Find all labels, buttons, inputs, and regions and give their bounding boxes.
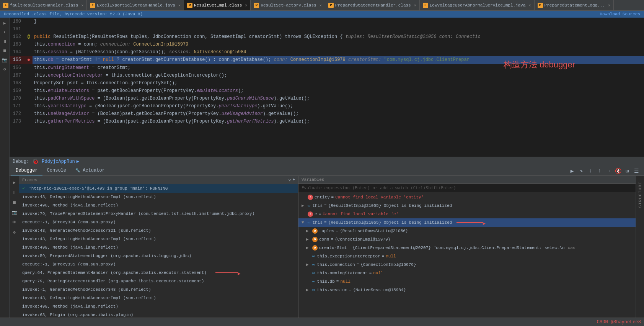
list-item[interactable]: invoke:43, DelegatingMethodAccessorImpl … (19, 235, 298, 243)
line-content-169: this.emulateLocators = pset.getBooleanPr… (33, 87, 644, 95)
tab-resultsetfactory[interactable]: R ResultSetFactory.class ✕ (251, 0, 325, 11)
table-row: 168 PropertySet pset = this.connection.g… (10, 79, 644, 87)
var-name-tuples: tuples (319, 228, 334, 234)
list-item[interactable]: ▶ ∞ this.connection = {ConnectionImpl@15… (298, 260, 636, 269)
var-expand-conn[interactable]: ▶ (306, 236, 311, 243)
list-item[interactable]: query:64, PreparedStatementHandler (org.… (19, 269, 298, 277)
frame-text-6: invoke:43, DelegatingMethodAccessorImpl … (22, 237, 156, 241)
debug-icon-play[interactable]: ▶ (11, 179, 18, 186)
debug-icon-camera[interactable]: 📷 (11, 209, 18, 216)
sidebar-icon-camera[interactable]: 📷 (1, 56, 8, 63)
var-name-conn: conn (319, 236, 329, 243)
list-item[interactable]: ▼ ∞ this = {ResultSetImpl@21055} Object … (298, 218, 636, 227)
debug-run-label[interactable]: PddyjcAppRun ▶ (42, 159, 79, 164)
sidebar-icon-settings[interactable]: ⚙ (1, 66, 8, 72)
debug-btn-resume[interactable]: ▶ (568, 167, 576, 175)
debug-icon-watch[interactable]: 👁 (11, 219, 18, 226)
tab-preparedstatementlog[interactable]: P PreparedStatementLogg... ✕ (535, 0, 614, 11)
list-item[interactable]: query:79, RoutingStatementHandler (org.a… (19, 277, 298, 285)
list-item[interactable]: ▶ o conn = {ConnectionImpl@15979} (298, 235, 636, 244)
list-item[interactable]: ! e = Cannot find local variable 'e' (298, 210, 636, 218)
frame-text-active: *http-nio-18011-exec-5*@14,493 in group … (29, 186, 168, 191)
tab-label-prepared: PreparedStatementHandler.class (335, 3, 411, 8)
tab-preparedstatement[interactable]: P PreparedStatementHandler.class ✕ (325, 0, 420, 11)
tab-close-prepared[interactable]: ✕ (414, 3, 416, 8)
frame-text-5: invoke:43, GeneratedMethodAccessor321 (s… (22, 228, 151, 233)
tab-lowvoltage[interactable]: L LowVoltageUserAbnormalServiceImpl.java… (420, 0, 535, 11)
list-item[interactable]: invoke:498, Method (java.lang.reflect) (19, 302, 298, 311)
variables-header: Variables (298, 176, 636, 184)
debug-btn-runtocrsr[interactable]: → (605, 167, 613, 175)
debug-btn-frames[interactable]: ⊞ (623, 167, 631, 175)
list-item[interactable]: execute:-1, $Proxy335 (com.sun.proxy) (19, 260, 298, 269)
sidebar-icon-run[interactable]: ▶ (1, 20, 8, 26)
list-item[interactable]: invoke:79, TracePreparedStatementProxyHa… (19, 210, 298, 218)
var-expand-session[interactable]: ▶ (306, 287, 311, 293)
frames-add-icon[interactable]: + (292, 177, 295, 182)
list-item[interactable]: ! entity = Cannot find local variable 'e… (298, 193, 636, 201)
list-item[interactable]: ▶ o creatorStmt = {ClientPreparedStateme… (298, 244, 636, 252)
debug-icon-stop[interactable]: ⏹ (11, 199, 18, 206)
tab-icon-excel: E (90, 3, 95, 8)
tab-close-fault[interactable]: ✕ (81, 3, 83, 8)
list-item[interactable]: invoke:63, Plugin (org.apache.ibatis.plu… (19, 311, 298, 318)
frame-text-3: invoke:79, TracePreparedStatementProxyHa… (22, 211, 254, 216)
list-item[interactable]: invoke:43, GeneratedMethodAccessor321 (s… (19, 226, 298, 235)
list-item[interactable]: execute:-1, $Proxy334 (com.sun.proxy) (19, 218, 298, 226)
list-item[interactable]: ▶ ∞ this.session = {NativeSession@15984} (298, 286, 636, 294)
frames-filter-icon[interactable]: ▽ (289, 177, 291, 182)
tab-close-preplog[interactable]: ✕ (608, 3, 610, 8)
debug-content: ▶ ⏸ ⏹ 📷 👁 ⚙ Frames ▽ + (10, 176, 644, 318)
line-number-164: 164 (10, 48, 25, 56)
var-expand-tuples[interactable]: ▶ (306, 228, 311, 234)
table-row: 163 this.connection = conn; connection: … (10, 41, 644, 48)
code-scroll[interactable]: 构造方法 debugger 160 } 161 (10, 18, 644, 157)
list-item[interactable]: ▶ o tuples = {ResultsetRowsStatic@21056} (298, 227, 636, 235)
tab-resultsetimpl[interactable]: R ResultSetImpl.class ✕ (184, 0, 251, 11)
line-number-171: 171 (10, 102, 25, 110)
debug-btn-stepover[interactable]: ↷ (577, 167, 585, 175)
evaluate-expression-input[interactable] (298, 184, 636, 192)
sidebar-icon-stop[interactable]: ⏹ (1, 47, 8, 54)
tab-debugger[interactable]: Debugger (11, 166, 42, 175)
tab-console[interactable]: Console (42, 166, 71, 175)
debug-btn-stepinto[interactable]: ↓ (587, 167, 594, 175)
tab-bar: F faultResultSetHandler.class ✕ E ExcelE… (0, 0, 644, 11)
download-sources-link[interactable]: Download Sources (600, 12, 640, 16)
list-item[interactable]: ∞ this.db = null (298, 277, 636, 286)
list-item[interactable]: invoke:498, Method (java.lang.reflect) (19, 243, 298, 252)
var-value-entity: Cannot find local variable 'entity' (335, 194, 424, 201)
tab-close-factory[interactable]: ✕ (320, 3, 322, 8)
frames-list[interactable]: ✓ *http-nio-18011-exec-5*@14,493 in grou… (19, 184, 298, 318)
list-item[interactable]: ∞ this.owningStatement = null (298, 269, 636, 277)
list-item[interactable]: ✓ *http-nio-18011-exec-5*@14,493 in grou… (19, 184, 298, 193)
table-row: 160 } (10, 18, 644, 25)
tab-close-resultset[interactable]: ✕ (245, 3, 247, 8)
tab-close-excel[interactable]: ✕ (178, 3, 181, 8)
list-item[interactable]: invoke:-1, GeneratedMethodAccessor348 (s… (19, 285, 298, 294)
var-expand-creatorstmt[interactable]: ▶ (306, 244, 311, 251)
debug-btn-stepout[interactable]: ↑ (596, 167, 603, 175)
list-item[interactable]: invoke:498, Method (java.lang.reflect) (19, 201, 298, 210)
tab-actuator[interactable]: 🔧 Actuator (71, 166, 109, 175)
var-expand-this2[interactable]: ▼ (302, 219, 306, 226)
list-item[interactable]: ▶ ∞ this = {ResultSetImpl@21055} Object … (298, 201, 636, 210)
debug-icon-settings[interactable]: ⚙ (11, 229, 18, 236)
var-icon-db: ∞ (312, 278, 315, 285)
list-item[interactable]: invoke:43, DelegatingMethodAccessorImpl … (19, 193, 298, 201)
list-item[interactable]: invoke:59, PreparedStatementLogger (org.… (19, 252, 298, 260)
debug-icon-pause[interactable]: ⏸ (11, 189, 18, 196)
debug-btn-mute[interactable]: 🔇 (614, 167, 622, 175)
sidebar-icon-step[interactable]: ⬇ (1, 29, 8, 36)
tab-faultresultsethandler[interactable]: F faultResultSetHandler.class ✕ (0, 0, 87, 11)
sidebar-icon-pause[interactable]: ⏸ (1, 38, 8, 45)
tab-excelexport[interactable]: E ExcelExportSqlStreamHandle.java ✕ (87, 0, 184, 11)
list-item[interactable]: ∞ this.exceptionInterceptor = null (298, 252, 636, 260)
list-item[interactable]: invoke:43, DelegatingMethodAccessorImpl … (19, 294, 298, 302)
line-gutter-160 (25, 18, 33, 25)
tab-close-lowvoltage[interactable]: ✕ (529, 3, 531, 8)
var-expand-this1[interactable]: ▶ (302, 202, 306, 209)
var-expand-connection[interactable]: ▶ (306, 261, 311, 268)
debug-btn-settings[interactable]: ☰ (633, 167, 640, 175)
line-number-160: 160 (10, 18, 25, 25)
